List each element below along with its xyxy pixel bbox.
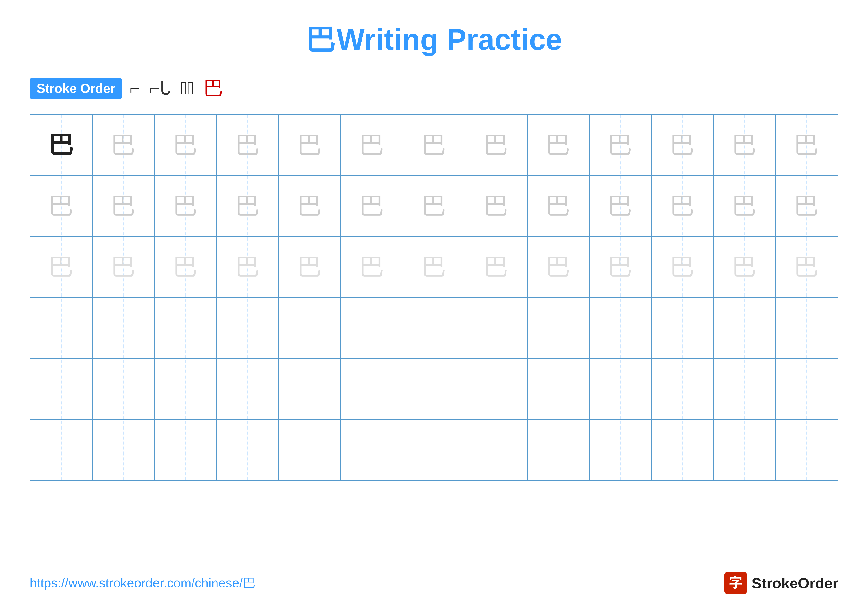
grid-cell-1-1[interactable]: 巴 <box>92 176 154 236</box>
grid-cell-5-6[interactable] <box>403 419 465 480</box>
footer: https://www.strokeorder.com/chinese/巴 字 … <box>30 572 838 594</box>
grid-cell-2-12[interactable]: 巴 <box>776 236 838 297</box>
stroke-steps: ⌐ ⌐ᒐ 巴̶ 巴 <box>130 75 223 102</box>
grid-cell-4-1[interactable] <box>92 358 154 419</box>
grid-cell-4-12[interactable] <box>776 358 838 419</box>
grid-cell-5-0[interactable] <box>30 419 92 480</box>
grid-cell-3-1[interactable] <box>92 297 154 358</box>
stroke-step-3: 巴̶ <box>181 78 194 99</box>
grid-cell-2-8[interactable]: 巴 <box>527 236 589 297</box>
grid-cell-4-7[interactable] <box>465 358 527 419</box>
grid-cell-3-10[interactable] <box>651 297 714 358</box>
grid-cell-0-12[interactable]: 巴 <box>776 115 838 176</box>
grid-cell-4-10[interactable] <box>651 358 714 419</box>
grid-cell-4-2[interactable] <box>154 358 217 419</box>
grid-cell-3-11[interactable] <box>714 297 776 358</box>
grid-cell-0-2[interactable]: 巴 <box>154 115 217 176</box>
grid-cell-2-7[interactable]: 巴 <box>465 236 527 297</box>
grid-cell-1-4[interactable]: 巴 <box>279 176 341 236</box>
grid-cell-2-11[interactable]: 巴 <box>714 236 776 297</box>
grid-cell-0-9[interactable]: 巴 <box>589 115 651 176</box>
grid-cell-4-9[interactable] <box>589 358 651 419</box>
stroke-step-1: ⌐ <box>130 78 140 99</box>
stroke-order-row: Stroke Order ⌐ ⌐ᒐ 巴̶ 巴 <box>30 75 838 102</box>
grid-cell-0-4[interactable]: 巴 <box>279 115 341 176</box>
grid-cell-5-8[interactable] <box>527 419 589 480</box>
grid-cell-3-2[interactable] <box>154 297 217 358</box>
grid-cell-0-7[interactable]: 巴 <box>465 115 527 176</box>
grid-cell-1-7[interactable]: 巴 <box>465 176 527 236</box>
grid-cell-0-3[interactable]: 巴 <box>217 115 279 176</box>
grid-cell-0-1[interactable]: 巴 <box>92 115 154 176</box>
grid-cell-2-0[interactable]: 巴 <box>30 236 92 297</box>
grid-cell-5-5[interactable] <box>341 419 403 480</box>
grid-cell-1-10[interactable]: 巴 <box>651 176 714 236</box>
grid-cell-3-7[interactable] <box>465 297 527 358</box>
stroke-step-2: ⌐ᒐ <box>150 78 171 99</box>
grid-cell-4-11[interactable] <box>714 358 776 419</box>
practice-grid: 巴巴巴巴巴巴巴巴巴巴巴巴巴巴巴巴巴巴巴巴巴巴巴巴巴巴巴巴巴巴巴巴巴巴巴巴巴巴巴 <box>30 114 838 481</box>
grid-cell-1-9[interactable]: 巴 <box>589 176 651 236</box>
grid-cell-2-9[interactable]: 巴 <box>589 236 651 297</box>
grid-cell-1-2[interactable]: 巴 <box>154 176 217 236</box>
grid-cell-3-6[interactable] <box>403 297 465 358</box>
page-content: 巴 Writing Practice Stroke Order ⌐ ⌐ᒐ 巴̶ … <box>0 0 868 501</box>
grid-cell-0-10[interactable]: 巴 <box>651 115 714 176</box>
grid-cell-1-5[interactable]: 巴 <box>341 176 403 236</box>
grid-cell-3-5[interactable] <box>341 297 403 358</box>
grid-cell-4-4[interactable] <box>279 358 341 419</box>
stroke-order-badge: Stroke Order <box>30 78 122 99</box>
grid-cell-0-0[interactable]: 巴 <box>30 115 92 176</box>
brand-name: StrokeOrder <box>752 575 838 592</box>
grid-cell-2-10[interactable]: 巴 <box>651 236 714 297</box>
grid-cell-5-11[interactable] <box>714 419 776 480</box>
grid-cell-5-9[interactable] <box>589 419 651 480</box>
grid-cell-5-12[interactable] <box>776 419 838 480</box>
title-area: 巴 Writing Practice <box>30 20 838 60</box>
grid-cell-2-5[interactable]: 巴 <box>341 236 403 297</box>
grid-cell-1-6[interactable]: 巴 <box>403 176 465 236</box>
grid-cell-3-0[interactable] <box>30 297 92 358</box>
grid-cell-1-11[interactable]: 巴 <box>714 176 776 236</box>
footer-brand: 字 StrokeOrder <box>724 572 838 594</box>
grid-cell-4-5[interactable] <box>341 358 403 419</box>
grid-cell-4-6[interactable] <box>403 358 465 419</box>
grid-cell-5-7[interactable] <box>465 419 527 480</box>
grid-cell-5-3[interactable] <box>217 419 279 480</box>
grid-cell-3-8[interactable] <box>527 297 589 358</box>
grid-cell-0-11[interactable]: 巴 <box>714 115 776 176</box>
grid-cell-1-0[interactable]: 巴 <box>30 176 92 236</box>
grid-cell-1-3[interactable]: 巴 <box>217 176 279 236</box>
title-char: 巴 <box>306 23 336 56</box>
grid-cell-5-4[interactable] <box>279 419 341 480</box>
grid-cell-3-4[interactable] <box>279 297 341 358</box>
grid-cell-2-4[interactable]: 巴 <box>279 236 341 297</box>
grid-cell-2-1[interactable]: 巴 <box>92 236 154 297</box>
grid-cell-2-3[interactable]: 巴 <box>217 236 279 297</box>
grid-cell-1-12[interactable]: 巴 <box>776 176 838 236</box>
grid-cell-0-5[interactable]: 巴 <box>341 115 403 176</box>
grid-cell-5-10[interactable] <box>651 419 714 480</box>
grid-cell-5-1[interactable] <box>92 419 154 480</box>
brand-icon: 字 <box>724 572 747 594</box>
grid-cell-4-8[interactable] <box>527 358 589 419</box>
grid-cell-4-3[interactable] <box>217 358 279 419</box>
footer-url: https://www.strokeorder.com/chinese/巴 <box>30 574 256 592</box>
grid-cell-1-8[interactable]: 巴 <box>527 176 589 236</box>
grid-cell-5-2[interactable] <box>154 419 217 480</box>
grid-cell-0-6[interactable]: 巴 <box>403 115 465 176</box>
grid-cell-4-0[interactable] <box>30 358 92 419</box>
grid-cell-3-3[interactable] <box>217 297 279 358</box>
grid-cell-2-6[interactable]: 巴 <box>403 236 465 297</box>
title-writing-practice: Writing Practice <box>337 23 562 56</box>
stroke-step-4-final: 巴 <box>204 75 223 102</box>
grid-cell-0-8[interactable]: 巴 <box>527 115 589 176</box>
grid-cell-3-12[interactable] <box>776 297 838 358</box>
grid-cell-2-2[interactable]: 巴 <box>154 236 217 297</box>
grid-cell-3-9[interactable] <box>589 297 651 358</box>
